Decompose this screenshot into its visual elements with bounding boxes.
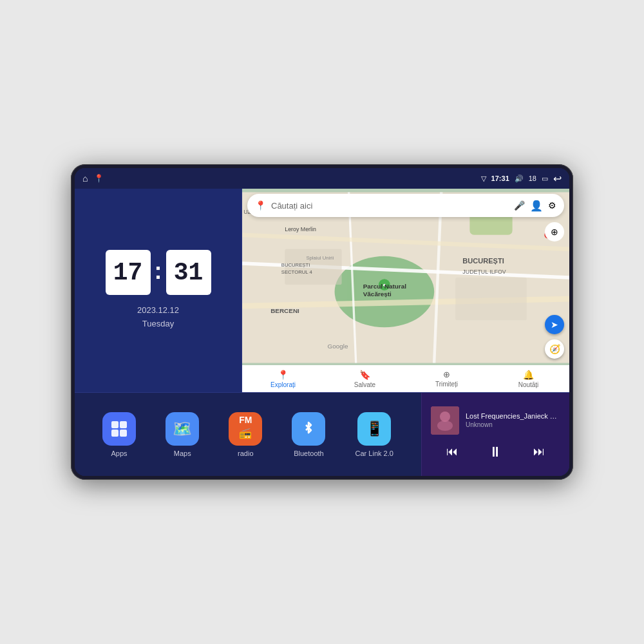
map-search-icons: 🎤 👤 ⚙ bbox=[514, 200, 556, 212]
bluetooth-label: Bluetooth bbox=[294, 450, 323, 457]
music-artist: Unknown bbox=[466, 421, 560, 428]
map-navigate-button[interactable]: ➤ bbox=[545, 315, 564, 334]
music-title: Lost Frequencies_Janieck Devy-... bbox=[466, 412, 560, 420]
mic-icon[interactable]: 🎤 bbox=[514, 200, 525, 211]
svg-text:Google: Google bbox=[328, 343, 348, 350]
svg-text:SECTORUL 4: SECTORUL 4 bbox=[281, 269, 313, 275]
saved-icon: 🔖 bbox=[359, 370, 370, 380]
bluetooth-icon bbox=[292, 412, 325, 446]
app-item-bluetooth[interactable]: Bluetooth bbox=[292, 412, 325, 457]
radio-label: radio bbox=[238, 450, 253, 457]
status-bar: ⌂ 📍 ▽ 17:31 🔊 18 ▭ ↩ bbox=[75, 168, 569, 189]
svg-rect-26 bbox=[120, 421, 127, 428]
battery-icon: ▭ bbox=[542, 175, 548, 183]
home-icon[interactable]: ⌂ bbox=[82, 173, 88, 184]
bottom-section: Apps 🗺️ Maps FM 📻 bbox=[75, 392, 569, 476]
music-widget: Lost Frequencies_Janieck Devy-... Unknow… bbox=[421, 393, 569, 476]
app-item-radio[interactable]: FM 📻 radio bbox=[229, 412, 262, 457]
map-nav-explore[interactable]: 📍 Explorați bbox=[242, 370, 324, 388]
app-item-maps[interactable]: 🗺️ Maps bbox=[166, 412, 199, 457]
saved-label: Salvate bbox=[354, 381, 375, 388]
svg-text:Parcul Natural: Parcul Natural bbox=[363, 283, 407, 290]
svg-point-30 bbox=[440, 412, 450, 422]
clock-hour: 17 bbox=[106, 250, 151, 295]
volume-icon: 🔊 bbox=[515, 175, 524, 183]
signal-icon: ▽ bbox=[481, 175, 486, 183]
map-bottom-nav: 📍 Explorați 🔖 Salvate ⊕ Trimiteți 🔔 bbox=[242, 365, 569, 392]
app-item-apps[interactable]: Apps bbox=[102, 412, 136, 457]
status-right: ▽ 17:31 🔊 18 ▭ ↩ bbox=[481, 173, 562, 185]
svg-text:BERCENI: BERCENI bbox=[270, 307, 299, 314]
top-section: 17 : 31 2023.12.12 Tuesday bbox=[75, 189, 569, 392]
svg-text:Splaiul Unirii: Splaiul Unirii bbox=[306, 255, 334, 261]
settings-map-icon[interactable]: ⚙ bbox=[548, 200, 556, 211]
map-widget[interactable]: ● Parcul Natural Văcărești BUCUREȘTI JUD… bbox=[242, 189, 569, 392]
music-thumbnail-image bbox=[431, 406, 459, 435]
map-nav-send[interactable]: ⊕ Trimiteți bbox=[406, 370, 488, 388]
radio-icon: FM 📻 bbox=[229, 412, 262, 446]
app-item-carlink[interactable]: 📱 Car Link 2.0 bbox=[355, 412, 393, 457]
clock-colon: : bbox=[155, 258, 162, 285]
explore-label: Explorați bbox=[270, 381, 296, 388]
map-search-text[interactable]: Căutați aici bbox=[271, 201, 509, 211]
svg-rect-27 bbox=[111, 430, 118, 437]
map-location-button[interactable]: ⊕ bbox=[545, 222, 564, 242]
svg-rect-25 bbox=[111, 421, 118, 428]
news-label: Noutăți bbox=[518, 381, 539, 388]
music-meta: Lost Frequencies_Janieck Devy-... Unknow… bbox=[466, 412, 560, 428]
svg-rect-9 bbox=[455, 278, 526, 320]
svg-text:BUCUREȘTI: BUCUREȘTI bbox=[462, 257, 504, 265]
clock-minute: 31 bbox=[166, 250, 211, 295]
map-compass-button[interactable]: 🧭 bbox=[545, 339, 564, 359]
maps-pin-icon: 📍 bbox=[255, 200, 266, 211]
back-icon[interactable]: ↩ bbox=[553, 173, 562, 185]
maps-label: Maps bbox=[174, 450, 191, 457]
device-screen: ⌂ 📍 ▽ 17:31 🔊 18 ▭ ↩ 17 : bbox=[75, 168, 569, 476]
account-icon[interactable]: 👤 bbox=[530, 200, 543, 212]
battery-level: 18 bbox=[529, 175, 536, 182]
music-thumbnail bbox=[431, 406, 459, 435]
play-pause-button[interactable]: ⏸ bbox=[480, 441, 510, 463]
carlink-icon: 📱 bbox=[357, 412, 391, 446]
carlink-label: Car Link 2.0 bbox=[355, 450, 393, 457]
explore-icon: 📍 bbox=[278, 370, 289, 380]
device-frame: ⌂ 📍 ▽ 17:31 🔊 18 ▭ ↩ 17 : bbox=[71, 164, 573, 480]
svg-point-31 bbox=[437, 421, 453, 431]
apps-label: Apps bbox=[111, 450, 128, 457]
status-left: ⌂ 📍 bbox=[82, 173, 104, 184]
map-search-bar[interactable]: 📍 Căutați aici 🎤 👤 ⚙ bbox=[247, 194, 564, 217]
maps-shortcut-icon[interactable]: 📍 bbox=[94, 174, 104, 183]
send-label: Trimiteți bbox=[435, 381, 458, 388]
prev-button[interactable]: ⏮ bbox=[439, 442, 466, 461]
clock-widget: 17 : 31 2023.12.12 Tuesday bbox=[75, 189, 242, 392]
map-nav-saved[interactable]: 🔖 Salvate bbox=[324, 370, 406, 388]
apps-icon bbox=[102, 412, 136, 446]
music-info: Lost Frequencies_Janieck Devy-... Unknow… bbox=[431, 406, 560, 435]
svg-text:JUDEȚUL ILFOV: JUDEȚUL ILFOV bbox=[462, 269, 506, 275]
next-button[interactable]: ⏭ bbox=[526, 442, 553, 461]
clock-date: 2023.12.12 Tuesday bbox=[137, 304, 179, 331]
main-area: 17 : 31 2023.12.12 Tuesday bbox=[75, 189, 569, 476]
apps-area: Apps 🗺️ Maps FM 📻 bbox=[75, 393, 421, 476]
clock-display: 17 : 31 bbox=[106, 250, 211, 295]
music-controls: ⏮ ⏸ ⏭ bbox=[431, 441, 560, 463]
svg-rect-28 bbox=[120, 430, 127, 437]
send-icon: ⊕ bbox=[443, 370, 450, 379]
svg-text:BUCUREȘTI: BUCUREȘTI bbox=[281, 262, 310, 268]
svg-text:Leroy Merlin: Leroy Merlin bbox=[285, 226, 316, 232]
maps-icon: 🗺️ bbox=[166, 412, 199, 446]
news-icon: 🔔 bbox=[523, 370, 534, 380]
svg-text:Văcărești: Văcărești bbox=[363, 290, 392, 298]
map-nav-news[interactable]: 🔔 Noutăți bbox=[488, 370, 569, 388]
status-time: 17:31 bbox=[491, 175, 509, 182]
